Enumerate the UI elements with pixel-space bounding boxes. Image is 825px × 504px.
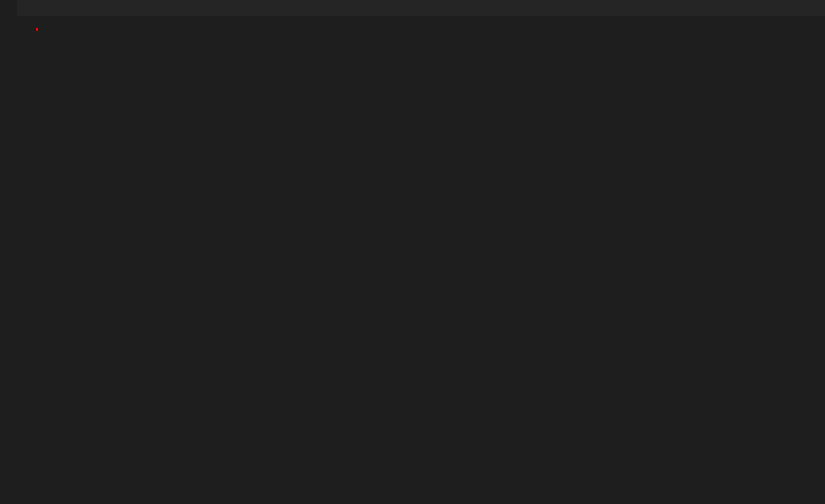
tab-bar	[0, 0, 825, 16]
highlight-annotation	[36, 28, 38, 31]
line-number-gutter	[0, 28, 36, 504]
breadcrumb[interactable]	[0, 16, 825, 28]
editor[interactable]	[0, 28, 825, 504]
code-area[interactable]	[36, 28, 825, 504]
tab-active[interactable]	[0, 0, 18, 16]
